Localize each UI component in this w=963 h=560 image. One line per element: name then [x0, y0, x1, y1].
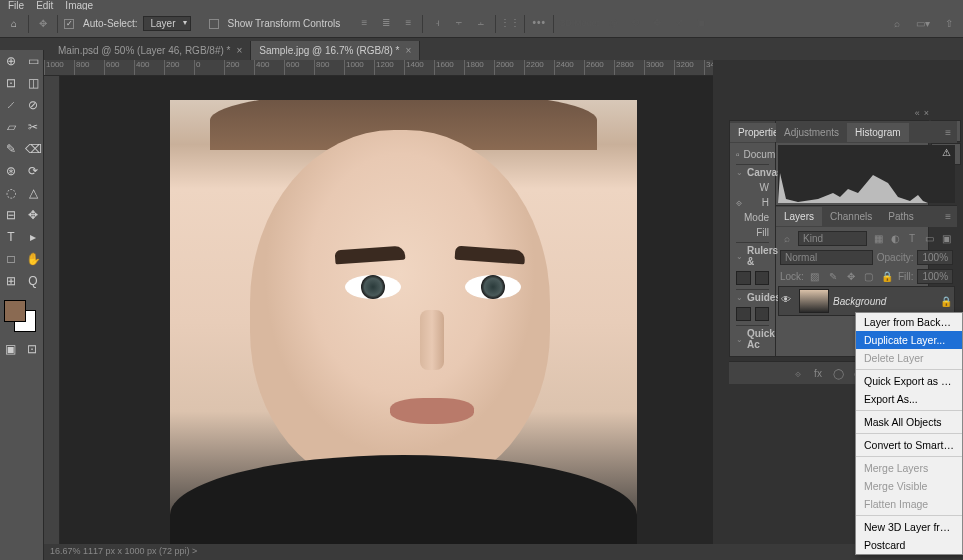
ctx-item[interactable]: Convert to Smart Object: [856, 436, 962, 454]
warning-icon[interactable]: ⚠: [942, 147, 951, 158]
tool-14[interactable]: ⊟: [0, 204, 22, 226]
align-left-icon[interactable]: ≡: [356, 15, 372, 31]
panel-menu-icon[interactable]: ≡: [939, 127, 957, 138]
tool-15[interactable]: ✥: [22, 204, 44, 226]
image-canvas[interactable]: [170, 100, 637, 544]
ctx-item[interactable]: Layer from Background...: [856, 313, 962, 331]
ctx-item[interactable]: Postcard: [856, 536, 962, 554]
tool-1[interactable]: ▭: [22, 50, 44, 72]
ruler-horizontal[interactable]: 1000800600400200020040060080010001200140…: [44, 60, 713, 76]
visibility-icon[interactable]: 👁: [781, 294, 795, 308]
quick-actions-label[interactable]: Quick Ac: [747, 328, 775, 350]
ctx-item[interactable]: Quick Export as PNG: [856, 372, 962, 390]
ruler-vertical[interactable]: [44, 76, 60, 544]
close-icon[interactable]: ×: [406, 45, 412, 56]
ctx-item[interactable]: New 3D Layer from File...: [856, 518, 962, 536]
rulers-section-label[interactable]: Rulers &: [747, 245, 778, 267]
tool-9[interactable]: ⌫: [22, 138, 44, 160]
ruler-toggle-icon[interactable]: [736, 271, 751, 285]
menu-item[interactable]: Image: [65, 0, 93, 10]
show-transform-checkbox[interactable]: [209, 19, 219, 29]
layers-tab[interactable]: Layers: [776, 207, 822, 226]
canvas-area[interactable]: [60, 76, 713, 544]
filter-kind-dropdown[interactable]: Kind: [798, 231, 867, 246]
tool-7[interactable]: ✂: [22, 116, 44, 138]
mask-icon[interactable]: ◯: [831, 366, 845, 380]
close-panels-icon[interactable]: ×: [924, 108, 929, 118]
close-icon[interactable]: ×: [236, 45, 242, 56]
align-top-icon[interactable]: ⫞: [429, 15, 445, 31]
grid-toggle-icon[interactable]: [755, 271, 770, 285]
lock-paint-icon[interactable]: ✎: [826, 270, 840, 284]
smart-filter-icon[interactable]: ▣: [939, 232, 953, 246]
fx-icon[interactable]: fx: [811, 366, 825, 380]
guides-icon-1[interactable]: [736, 307, 751, 321]
link-icon[interactable]: ⟐: [736, 197, 742, 208]
paths-tab[interactable]: Paths: [880, 207, 922, 226]
lock-artboard-icon[interactable]: ▢: [862, 270, 876, 284]
foreground-color-swatch[interactable]: [4, 300, 26, 322]
menu-item[interactable]: File: [8, 0, 24, 10]
shape-filter-icon[interactable]: ▭: [922, 232, 936, 246]
tool-18[interactable]: □: [0, 248, 22, 270]
tool-11[interactable]: ⟳: [22, 160, 44, 182]
collapse-panels-icon[interactable]: «: [915, 108, 920, 118]
lock-position-icon[interactable]: ✥: [844, 270, 858, 284]
channels-tab[interactable]: Channels: [822, 207, 880, 226]
guides-icon-2[interactable]: [755, 307, 770, 321]
layer-thumbnail[interactable]: [799, 289, 829, 313]
tool-3[interactable]: ◫: [22, 72, 44, 94]
workspace-icon[interactable]: ▭▾: [915, 16, 931, 32]
layer-name[interactable]: Background: [833, 296, 886, 307]
tool-19[interactable]: ✋: [22, 248, 44, 270]
blend-mode-dropdown[interactable]: Normal: [780, 250, 873, 265]
tool-4[interactable]: ⟋: [0, 94, 22, 116]
auto-select-dropdown[interactable]: Layer: [143, 16, 190, 31]
menu-item[interactable]: Edit: [36, 0, 53, 10]
opacity-value[interactable]: 100%: [917, 250, 953, 265]
pixel-filter-icon[interactable]: ▦: [871, 232, 885, 246]
panel-menu-icon[interactable]: ≡: [939, 211, 957, 222]
tool-17[interactable]: ▸: [22, 226, 44, 248]
tool-0[interactable]: ⊕: [0, 50, 22, 72]
lock-transparency-icon[interactable]: ▨: [808, 270, 822, 284]
lock-all-icon[interactable]: 🔒: [880, 270, 894, 284]
adjustment-filter-icon[interactable]: ◐: [888, 232, 902, 246]
align-center-h-icon[interactable]: ≣: [378, 15, 394, 31]
move-tool-icon[interactable]: ✥: [35, 16, 51, 32]
tool-21[interactable]: Q: [22, 270, 44, 292]
align-right-icon[interactable]: ≡: [400, 15, 416, 31]
distribute-icon[interactable]: ⋮⋮: [502, 15, 518, 31]
tool-20[interactable]: ⊞: [0, 270, 22, 292]
screen-mode-icon[interactable]: ⊡: [22, 338, 44, 360]
document-tab[interactable]: Main.psd @ 50% (Layer 46, RGB/8#) * ×: [50, 41, 251, 60]
auto-select-checkbox[interactable]: [64, 19, 74, 29]
histogram-tab[interactable]: Histogram: [847, 123, 909, 142]
color-swatches[interactable]: [4, 300, 36, 332]
link-layers-icon[interactable]: ⟐: [791, 366, 805, 380]
tool-13[interactable]: △: [22, 182, 44, 204]
home-icon[interactable]: ⌂: [6, 16, 22, 32]
align-center-v-icon[interactable]: ⫟: [451, 15, 467, 31]
tool-10[interactable]: ⊛: [0, 160, 22, 182]
fill-value[interactable]: 100%: [917, 269, 953, 284]
document-tab-active[interactable]: Sample.jpg @ 16.7% (RGB/8) * ×: [251, 41, 420, 60]
tool-8[interactable]: ✎: [0, 138, 22, 160]
ctx-item[interactable]: Duplicate Layer...: [856, 331, 962, 349]
search-icon[interactable]: ⌕: [889, 16, 905, 32]
tool-6[interactable]: ▱: [0, 116, 22, 138]
share-icon[interactable]: ⇧: [941, 16, 957, 32]
more-options-icon[interactable]: •••: [531, 15, 547, 31]
tool-12[interactable]: ◌: [0, 182, 22, 204]
align-bottom-icon[interactable]: ⫠: [473, 15, 489, 31]
menu-bar[interactable]: File Edit Image: [0, 0, 963, 10]
quick-mask-icon[interactable]: ▣: [0, 338, 22, 360]
tool-5[interactable]: ⊘: [22, 94, 44, 116]
filter-icon[interactable]: ⌕: [780, 232, 794, 246]
type-filter-icon[interactable]: T: [905, 232, 919, 246]
ctx-item[interactable]: Export As...: [856, 390, 962, 408]
ctx-item[interactable]: Mask All Objects: [856, 413, 962, 431]
tool-2[interactable]: ⊡: [0, 72, 22, 94]
adjustments-tab[interactable]: Adjustments: [776, 123, 847, 142]
tool-16[interactable]: T: [0, 226, 22, 248]
